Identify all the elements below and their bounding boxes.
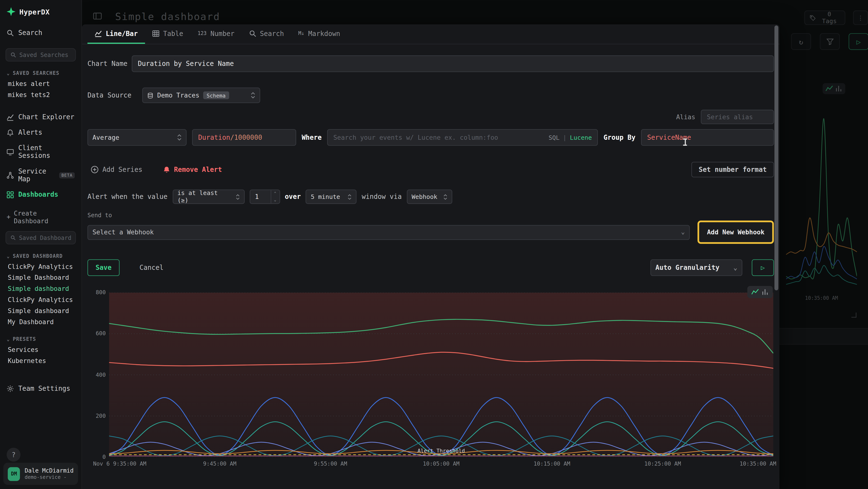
sidebar-item-label: Alerts <box>18 128 42 136</box>
x-axis-tick: Nov 6 9:35:00 AM <box>93 461 146 466</box>
aggregation-field-input[interactable]: Duration/1000000 <box>192 129 296 146</box>
number-stepper[interactable]: ⌃ ⌄ <box>271 190 279 203</box>
sidebar-item-label: Client Sessions <box>18 144 75 160</box>
group-by-label: Group By <box>603 134 636 141</box>
tab-number[interactable]: 123 Number <box>190 24 242 44</box>
where-placeholder: Search your events w/ Lucene ex. column:… <box>333 134 544 141</box>
sidebar-item-alerts[interactable]: Alerts <box>0 125 81 140</box>
markdown-icon: M↓ <box>298 31 304 36</box>
data-source-label: Data Source <box>88 91 142 99</box>
create-dashboard-button[interactable]: + Create Dashboard <box>7 208 75 227</box>
saved-searches-header[interactable]: ⌄ SAVED SEARCHES <box>7 70 75 76</box>
bell-icon <box>7 129 14 136</box>
where-search-input[interactable]: Search your events w/ Lucene ex. column:… <box>327 129 598 146</box>
brand[interactable]: HyperDX <box>0 0 81 16</box>
query-language-toggle[interactable]: SQL | Lucene <box>549 134 592 141</box>
saved-dashboards-input[interactable]: Saved Dashboards <box>5 231 76 244</box>
add-series-button[interactable]: Add Series <box>88 165 146 174</box>
saved-dashboard-item-active[interactable]: Simple dashboard <box>0 283 81 294</box>
aggregation-select[interactable]: Average <box>88 129 187 146</box>
svg-text:Alert Threshold: Alert Threshold <box>417 448 465 454</box>
chevron-down-icon: ⌄ <box>681 229 685 235</box>
user-menu[interactable]: DM Dale McDiarmid demo-service - <box>3 463 78 485</box>
scrollbar-thumb[interactable] <box>774 26 778 290</box>
granularity-select[interactable]: Auto Granularity ⌄ <box>651 259 742 276</box>
alert-window-select[interactable]: 5 minute <box>306 190 356 204</box>
alert-channel-select[interactable]: Webhook <box>407 190 452 204</box>
help-button[interactable]: ? <box>7 448 21 461</box>
where-label: Where <box>302 134 322 141</box>
saved-searches-input[interactable]: Saved Searches <box>5 48 76 62</box>
alert-threshold-input[interactable]: ⌃ ⌄ <box>249 190 280 204</box>
alert-condition-select[interactable]: is at least (≥) <box>173 190 244 204</box>
presets-header[interactable]: ⌄ PRESETS <box>7 337 75 342</box>
sidebar-item-service-map[interactable]: Service Map BETA <box>0 164 81 186</box>
tab-line-bar[interactable]: Line/Bar <box>88 24 145 44</box>
x-axis-tick: 10:05:00 AM <box>423 461 460 466</box>
run-chart-button[interactable]: ▷ <box>752 259 774 276</box>
chart-icon <box>7 113 14 121</box>
search-icon <box>249 30 256 37</box>
chart-name-label: Chart Name <box>88 60 132 67</box>
sidebar-item-client-sessions[interactable]: Client Sessions <box>0 140 81 164</box>
preset-item[interactable]: Services <box>0 344 81 355</box>
remove-alert-button[interactable]: Remove Alert <box>160 165 225 174</box>
bar-chart-icon[interactable] <box>761 288 769 296</box>
plot-area[interactable]: Alert Threshold <box>109 292 773 457</box>
tab-table[interactable]: Table <box>145 24 190 44</box>
sidebar: HyperDX Search Saved Searches ⌄ SAVED SE… <box>0 0 82 489</box>
sidebar-item-team-settings[interactable]: Team Settings <box>0 381 81 396</box>
group-by-input[interactable] <box>641 129 774 146</box>
chevron-down-icon[interactable]: ⌄ <box>271 197 279 203</box>
tab-markdown[interactable]: M↓ Markdown <box>291 24 347 44</box>
lucene-toggle[interactable]: Lucene <box>570 134 592 141</box>
chevron-up-down-icon <box>443 194 447 200</box>
modal-scrollbar[interactable] <box>774 26 778 488</box>
table-icon <box>152 30 159 37</box>
webhook-select[interactable]: Select a Webhook ⌄ <box>88 225 690 240</box>
saved-dashboard-item[interactable]: ClickPy Analytics <box>0 294 81 305</box>
chevron-up-icon[interactable]: ⌃ <box>271 190 279 197</box>
set-number-format-button[interactable]: Set number format <box>691 162 774 177</box>
sql-toggle[interactable]: SQL <box>549 134 560 141</box>
chevron-up-down-icon <box>177 134 182 141</box>
tab-search[interactable]: Search <box>242 24 291 44</box>
preset-item[interactable]: Kubernetes <box>0 355 81 366</box>
sidebar-item-dashboards[interactable]: Dashboards <box>0 187 81 202</box>
gear-icon <box>7 385 14 392</box>
chevron-up-down-icon <box>236 194 240 200</box>
sidebar-item-label: Chart Explorer <box>18 113 74 121</box>
x-axis-tick: 9:55:00 AM <box>314 461 347 466</box>
sidebar-item-search[interactable]: Search <box>0 25 81 40</box>
add-new-webhook-button[interactable]: Add New Webhook <box>698 221 774 244</box>
saved-search-item[interactable]: mikes alert <box>0 78 81 89</box>
save-button[interactable]: Save <box>88 259 120 276</box>
main-area: Simple dashboard 0 Tags ⋮ ↻ ▷ <box>82 0 868 489</box>
search-icon <box>10 235 16 240</box>
line-chart-icon[interactable] <box>751 288 759 296</box>
alert-threshold-value[interactable] <box>255 193 269 201</box>
user-name: Dale McDiarmid <box>25 467 73 474</box>
saved-searches-placeholder: Saved Searches <box>19 52 68 58</box>
sidebar-item-chart-explorer[interactable]: Chart Explorer <box>0 109 81 124</box>
data-source-select[interactable]: Demo Traces Schema <box>142 88 260 103</box>
cancel-button[interactable]: Cancel <box>136 263 167 272</box>
x-axis-tick: 10:35:00 AM <box>740 461 776 466</box>
edit-chart-modal: Line/Bar Table 123 Number Search M↓ Mark… <box>82 24 779 489</box>
y-axis-tick: 400 <box>88 371 106 377</box>
brand-name: HyperDX <box>19 7 50 16</box>
bell-icon <box>163 166 170 173</box>
sidebar-item-label: Search <box>18 29 42 36</box>
service-map-icon <box>7 172 14 179</box>
saved-search-item[interactable]: mikes tets2 <box>0 89 81 100</box>
x-axis-tick: 9:45:00 AM <box>203 461 236 466</box>
saved-dashboard-item[interactable]: ClickPy Analytics <box>0 261 81 272</box>
saved-dashboards-header[interactable]: ⌄ SAVED DASHBOARD <box>7 253 75 259</box>
chart-name-input[interactable] <box>132 56 774 72</box>
series-alias-input[interactable] <box>701 110 774 124</box>
saved-dashboard-item[interactable]: Simple dashboard <box>0 305 81 316</box>
saved-dashboard-item[interactable]: My Dashboard <box>0 316 81 327</box>
over-label: over <box>285 193 301 201</box>
user-subtitle: demo-service - <box>25 474 73 481</box>
saved-dashboard-item[interactable]: Simple Dashboard <box>0 272 81 283</box>
